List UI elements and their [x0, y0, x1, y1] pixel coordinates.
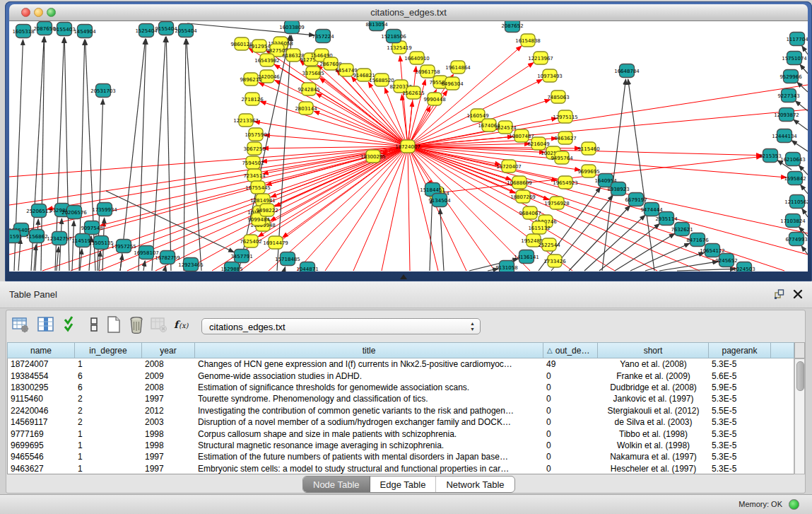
cell-title[interactable]: Corpus callosum shape and size in male p… [195, 429, 543, 439]
cell-year[interactable]: 1997 [142, 394, 195, 404]
graph-node[interactable]: 1024503 [733, 262, 755, 272]
graph-edge[interactable] [677, 269, 736, 271]
window-titlebar[interactable]: citations_edges.txt [9, 4, 808, 21]
graph-node[interactable]: 7485063 [547, 90, 569, 103]
graph-edge[interactable] [264, 135, 408, 146]
graph-node[interactable]: 17957255 [111, 240, 136, 253]
graph-node[interactable]: 9115460 [577, 142, 599, 155]
selection-mode-icon[interactable] [85, 315, 106, 337]
cell-pagerank[interactable]: 5.3E-5 [709, 440, 771, 450]
cell-year[interactable]: 1997 [142, 464, 195, 474]
cell-pagerank[interactable]: 5.3E-5 [709, 359, 771, 369]
graph-node[interactable]: 18807269 [510, 190, 536, 203]
cell-pagerank[interactable]: 5.3E-5 [709, 452, 771, 462]
graph-node[interactable]: 9699695 [577, 165, 599, 177]
graph-edge[interactable] [316, 93, 408, 146]
import-table-icon[interactable] [150, 315, 171, 337]
graph-node[interactable]: 7234514 [243, 169, 266, 182]
graph-node[interactable]: 10688609 [507, 176, 532, 189]
cell-name[interactable]: 9463627 [8, 464, 75, 474]
cell-out_de[interactable]: 49 [543, 359, 598, 369]
cell-title[interactable]: Estimation of the future numbers of pati… [195, 452, 543, 462]
column-header-title[interactable]: title [195, 343, 543, 358]
cell-in_degree[interactable]: 2 [75, 406, 142, 416]
cell-pagerank[interactable]: 5.3E-5 [709, 429, 771, 439]
graph-node[interactable]: 9990448 [423, 93, 445, 105]
cell-name[interactable]: 9777169 [8, 429, 75, 439]
tab-node-table[interactable]: Node Table [303, 477, 370, 492]
graph-node[interactable]: 3067250 [243, 142, 265, 155]
cell-title[interactable]: Structural magnetic resonance image aver… [195, 440, 543, 450]
graph-node[interactable]: 2087652 [501, 21, 523, 33]
cell-out_de[interactable]: 0 [543, 464, 598, 474]
graph-node[interactable]: 9227343 [777, 89, 799, 103]
cell-pagerank[interactable]: 5.9E-5 [709, 382, 771, 392]
cell-in_degree[interactable]: 2 [75, 394, 142, 404]
cell-pagerank[interactable]: 5.5E-5 [709, 406, 771, 416]
cell-year[interactable]: 2009 [142, 371, 195, 381]
cell-year[interactable]: 1998 [142, 440, 195, 450]
cell-title[interactable]: Disruption of a novel member of a sodium… [195, 417, 543, 427]
graph-node[interactable]: 9529966 [779, 70, 802, 83]
cell-short[interactable]: Yano et al. (2008) [598, 359, 709, 369]
graph-node[interactable]: 2055404 [175, 24, 197, 37]
graph-node[interactable]: 9131058 [495, 261, 517, 272]
graph-edge[interactable] [143, 261, 145, 271]
cell-pagerank[interactable]: 5.3E-5 [709, 394, 771, 404]
graph-node[interactable]: 12213367 [233, 114, 259, 127]
cell-in_degree[interactable]: 1 [75, 452, 142, 462]
cell-year[interactable]: 2008 [142, 359, 195, 369]
cell-name[interactable]: 9115460 [8, 394, 75, 404]
table-selector-dropdown[interactable]: citations_edges.txt ▲▼ [201, 318, 481, 334]
table-row[interactable]: 1830029562008Estimation of significance … [8, 382, 794, 393]
cell-title[interactable]: Investigating the contribution of common… [195, 406, 543, 416]
delete-table-icon[interactable] [127, 315, 148, 337]
float-panel-icon[interactable] [774, 288, 785, 300]
table-row[interactable]: 1456911722003Disruption of a novel membe… [8, 416, 794, 428]
cell-name[interactable]: 19384554 [8, 371, 75, 381]
cell-short[interactable]: Dudbridge et al. (2008) [598, 382, 709, 392]
splitter-handle-icon[interactable] [400, 274, 407, 279]
graph-edge[interactable] [801, 185, 808, 194]
cell-title[interactable]: Changes of HCN gene expression and I(f) … [195, 359, 543, 369]
graph-node[interactable]: 16210643 [780, 153, 806, 166]
graph-node[interactable]: 19614864 [445, 61, 471, 74]
graph-node[interactable]: 2087650 [33, 22, 55, 35]
graph-node[interactable]: 2718126 [241, 93, 264, 105]
graph-node[interactable]: 1044871 [296, 262, 318, 272]
graph-node[interactable]: 20531703 [90, 84, 116, 98]
cell-in_degree[interactable]: 1 [75, 440, 142, 450]
cell-year[interactable]: 1998 [142, 429, 195, 439]
graph-edge[interactable] [408, 146, 410, 271]
graph-edge[interactable] [795, 101, 808, 111]
graph-edge[interactable] [152, 37, 165, 271]
graph-node[interactable]: 14136141 [514, 250, 539, 264]
cell-name[interactable]: 18300295 [8, 382, 75, 392]
graph-node[interactable]: 15718485 [275, 252, 300, 266]
graph-node[interactable]: 16033809 [279, 21, 305, 34]
graph-edge[interactable] [184, 146, 408, 271]
close-panel-icon[interactable] [792, 288, 804, 300]
graph-node[interactable]: 8813054 [365, 21, 388, 31]
cell-short[interactable]: Franke et al. (2009) [598, 371, 709, 381]
cell-pagerank[interactable]: 5.3E-5 [709, 464, 771, 474]
table-options-icon[interactable] [11, 315, 33, 337]
graph-edge[interactable] [800, 64, 808, 74]
new-table-icon[interactable] [105, 315, 126, 337]
cell-name[interactable]: 9465546 [8, 452, 75, 462]
cell-in_degree[interactable]: 1 [75, 429, 142, 439]
cell-title[interactable]: Embryonic stem cells: a model to study s… [195, 464, 543, 474]
cell-out_de[interactable]: 0 [543, 394, 598, 404]
table-row[interactable]: 911546021997Tourette syndrome. Phenomeno… [8, 393, 794, 404]
show-columns-icon[interactable] [37, 315, 58, 337]
table-row[interactable]: 1872400712008Changes of HCN gene express… [8, 358, 794, 370]
graph-node[interactable]: 12093872 [774, 108, 799, 122]
graph-edge[interactable] [80, 249, 82, 271]
cell-short[interactable]: de Silva et al. (2003) [598, 417, 709, 427]
graph-edge[interactable] [382, 146, 408, 271]
column-header-short[interactable]: short [598, 343, 709, 358]
graph-node[interactable]: 17359934 [92, 203, 117, 216]
graph-edge[interactable] [99, 251, 100, 271]
cell-out_de[interactable]: 0 [543, 429, 598, 439]
graph-edge[interactable] [797, 82, 808, 92]
